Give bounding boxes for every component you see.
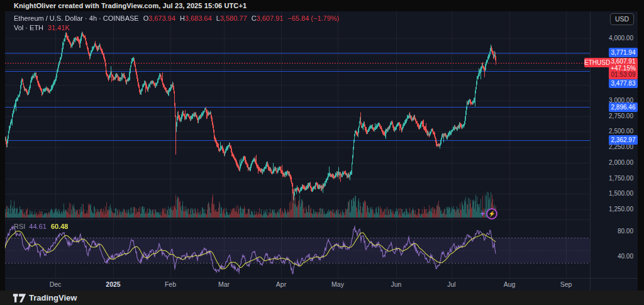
time-axis-corner: [590, 279, 638, 291]
time-axis-label: May: [325, 280, 350, 288]
symbol-title[interactable]: Ethereum / U.S. Dollar · 4h · COINBASE: [14, 14, 139, 22]
attribution-bar: KnightOliver created with TradingView.co…: [0, 0, 644, 11]
pane-separator[interactable]: [5, 219, 590, 220]
app-frame: KnightOliver created with TradingView.co…: [0, 0, 644, 305]
quick-action-widget[interactable]: + ⚡: [480, 208, 497, 219]
low-value: 3,580.77: [220, 14, 247, 22]
price-level-badge: 2,896.46: [609, 103, 638, 112]
time-axis-label: Dec: [43, 280, 68, 288]
time-axis-label: Sep: [553, 280, 579, 288]
rsi-value: 44.61: [29, 223, 47, 230]
change-value: −65.84 (−1.79%): [288, 14, 340, 22]
price-axis-label: 1,500.00: [591, 190, 633, 197]
price-axis-label: 4,000.00: [591, 35, 633, 42]
footer-bar: TradingView: [0, 291, 644, 305]
lightning-icon[interactable]: ⚡: [486, 208, 497, 219]
symbol-legend: Ethereum / U.S. Dollar · 4h · COINBASEO3…: [14, 14, 340, 33]
attribution-text: KnightOliver created with TradingView.co…: [14, 2, 247, 9]
price-axis-label: 2,500.00: [591, 128, 633, 135]
time-axis-label: Feb: [158, 280, 183, 288]
rsi-legend[interactable]: RSI44.6160.48: [14, 223, 68, 230]
close-label: C: [252, 14, 257, 22]
last-price-badge: 3,607.91+47.15%01:53:09: [609, 58, 638, 79]
volume-value: 31.41K: [48, 24, 70, 31]
time-axis[interactable]: Dec2025FebMarAprMayJunJulAugSep: [5, 278, 638, 291]
time-axis-label: 2025: [101, 280, 126, 288]
price-axis-label: 2,000.00: [591, 159, 633, 167]
volume-label[interactable]: Vol · ETH: [14, 24, 43, 31]
price-chart-canvas[interactable]: [5, 11, 590, 278]
time-axis-label: Jul: [439, 280, 464, 288]
tradingview-logo-icon[interactable]: [13, 293, 26, 303]
time-axis-label: Apr: [269, 280, 294, 288]
open-value: 3,673.94: [148, 14, 175, 22]
time-axis-label: Jun: [384, 280, 409, 288]
close-value: 3,607.91: [257, 14, 284, 22]
high-label: H: [180, 14, 185, 22]
chart-widget[interactable]: Ethereum / U.S. Dollar · 4h · COINBASEO3…: [5, 11, 638, 291]
open-label: O: [143, 14, 149, 22]
rsi-label: RSI: [14, 223, 25, 230]
price-level-badge: 3,477.83: [609, 79, 638, 88]
currency-toggle-button[interactable]: USD: [610, 13, 634, 25]
plus-icon[interactable]: +: [480, 209, 485, 218]
price-level-badge: 2,362.97: [609, 135, 638, 145]
high-value: 3,683.64: [185, 14, 212, 22]
rsi-axis-label: 80.00: [591, 228, 633, 235]
tradingview-brand-text[interactable]: TradingView: [29, 293, 77, 302]
time-axis-label: Mar: [211, 280, 236, 288]
price-level-badge: 3,771.94: [609, 48, 638, 57]
time-axis-label: Aug: [497, 280, 522, 288]
price-axis[interactable]: 4,000.003,000.002,750.002,500.002,250.00…: [590, 11, 638, 278]
rsi-axis-label: 40.00: [591, 253, 633, 260]
price-axis-label: 2,750.00: [591, 113, 633, 120]
price-axis-label: 1,750.00: [591, 175, 633, 182]
rsi-ma-value: 60.48: [51, 223, 69, 230]
symbol-tag-badge: ETHUSD: [584, 58, 610, 67]
price-axis-label: 1,250.00: [591, 206, 633, 213]
